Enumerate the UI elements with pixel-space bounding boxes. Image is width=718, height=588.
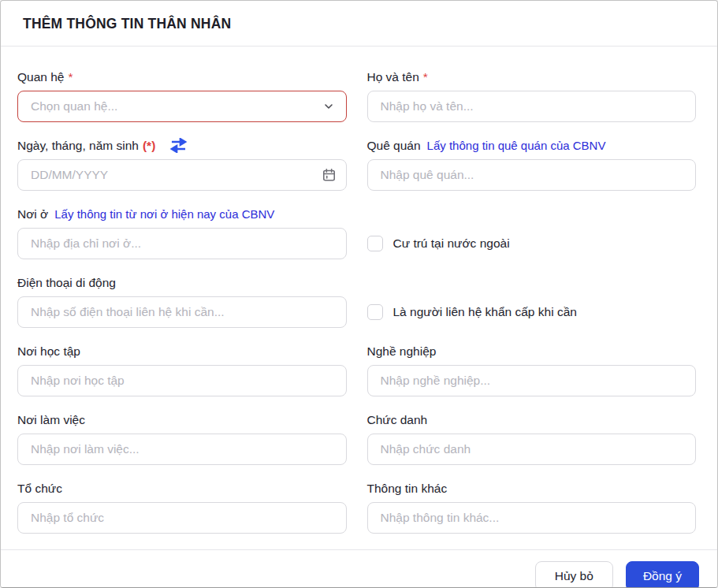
field-ho-va-ten: Họ và tên * bbox=[367, 69, 697, 122]
checkbox-icon[interactable] bbox=[367, 304, 383, 320]
field-lien-he-khan-cap: Là người liên hệ khẩn cấp khi cần bbox=[367, 275, 697, 328]
que-quan-label: Quê quán bbox=[367, 138, 421, 153]
que-quan-copy-link[interactable]: Lấy thông tin quê quán của CBNV bbox=[427, 138, 606, 153]
lien-he-khan-cap-label: Là người liên hệ khẩn cấp khi cần bbox=[393, 305, 577, 319]
quan-he-select-placeholder: Chọn quan hệ... bbox=[31, 99, 117, 114]
field-to-chuc: Tổ chức bbox=[17, 481, 347, 534]
confirm-button[interactable]: Đồng ý bbox=[626, 561, 699, 588]
form-row-6: Nơi làm việc Chức danh bbox=[17, 412, 696, 465]
field-noi-o: Nơi ở Lấy thông tin từ nơi ở hiện nay củ… bbox=[17, 207, 347, 259]
field-ngay-sinh: Ngày, tháng, năm sinh (*) bbox=[17, 138, 347, 191]
thong-tin-khac-label: Thông tin khác bbox=[367, 481, 448, 496]
ho-va-ten-input[interactable] bbox=[367, 91, 697, 122]
noi-o-copy-link[interactable]: Lấy thông tin từ nơi ở hiện nay của CBNV bbox=[54, 207, 274, 221]
calendar-icon[interactable] bbox=[322, 168, 337, 183]
field-dien-thoai: Điện thoại di động bbox=[17, 275, 347, 328]
dialog-footer: Hủy bỏ Đồng ý bbox=[1, 549, 717, 588]
cu-tru-nuoc-ngoai-checkbox-row[interactable]: Cư trú tại nước ngoài bbox=[367, 236, 697, 251]
ho-va-ten-label: Họ và tên bbox=[367, 69, 419, 84]
form-row-4: Điện thoại di động Là người liên hệ khẩn… bbox=[17, 275, 696, 328]
form-row-5: Nơi học tập Nghề nghiệp bbox=[17, 344, 696, 396]
form-row-3: Nơi ở Lấy thông tin từ nơi ở hiện nay củ… bbox=[17, 207, 696, 259]
que-quan-input[interactable] bbox=[367, 159, 697, 191]
chevron-down-icon bbox=[322, 100, 335, 113]
noi-hoc-tap-input[interactable] bbox=[17, 365, 347, 396]
dialog-body: Quan hệ * Chọn quan hệ... Họ và tên * bbox=[1, 47, 717, 549]
quan-he-label: Quan hệ bbox=[17, 69, 64, 84]
quan-he-select[interactable]: Chọn quan hệ... bbox=[17, 91, 347, 122]
field-que-quan: Quê quán Lấy thông tin quê quán của CBNV bbox=[367, 138, 697, 191]
nghe-nghiep-input[interactable] bbox=[367, 365, 697, 396]
form-row-2: Ngày, tháng, năm sinh (*) bbox=[17, 138, 696, 191]
dialog-header: THÊM THÔNG TIN THÂN NHÂN bbox=[1, 1, 717, 47]
required-asterisk: * bbox=[423, 69, 428, 84]
required-asterisk: * bbox=[68, 69, 73, 84]
noi-lam-viec-label: Nơi làm việc bbox=[17, 412, 85, 427]
cancel-button[interactable]: Hủy bỏ bbox=[535, 561, 613, 588]
checkbox-icon[interactable] bbox=[367, 236, 383, 251]
form-row-7: Tổ chức Thông tin khác bbox=[17, 481, 696, 534]
ngay-sinh-input[interactable] bbox=[17, 159, 347, 191]
to-chuc-input[interactable] bbox=[17, 502, 347, 534]
noi-o-label: Nơi ở bbox=[17, 207, 48, 221]
chuc-danh-input[interactable] bbox=[367, 434, 697, 465]
to-chuc-label: Tổ chức bbox=[17, 481, 62, 496]
add-relative-dialog: THÊM THÔNG TIN THÂN NHÂN Quan hệ * Chọn … bbox=[0, 0, 718, 588]
swap-horizontal-icon[interactable] bbox=[169, 138, 188, 153]
field-thong-tin-khac: Thông tin khác bbox=[367, 481, 697, 534]
field-nghe-nghiep: Nghề nghiệp bbox=[367, 344, 697, 396]
page-title: THÊM THÔNG TIN THÂN NHÂN bbox=[23, 16, 695, 32]
field-noi-lam-viec: Nơi làm việc bbox=[17, 412, 347, 465]
form-row-1: Quan hệ * Chọn quan hệ... Họ và tên * bbox=[17, 69, 696, 122]
dien-thoai-input[interactable] bbox=[17, 296, 347, 328]
nghe-nghiep-label: Nghề nghiệp bbox=[367, 344, 437, 359]
ngay-sinh-label: Ngày, tháng, năm sinh bbox=[17, 138, 139, 153]
field-noi-hoc-tap: Nơi học tập bbox=[17, 344, 347, 396]
dien-thoai-label: Điện thoại di động bbox=[17, 275, 116, 290]
field-cu-tru-nuoc-ngoai: Cư trú tại nước ngoài bbox=[367, 207, 697, 259]
chuc-danh-label: Chức danh bbox=[367, 412, 428, 427]
thong-tin-khac-input[interactable] bbox=[367, 502, 697, 534]
noi-hoc-tap-label: Nơi học tập bbox=[17, 344, 80, 359]
lien-he-khan-cap-checkbox-row[interactable]: Là người liên hệ khẩn cấp khi cần bbox=[367, 304, 697, 320]
noi-lam-viec-input[interactable] bbox=[17, 434, 347, 465]
field-chuc-danh: Chức danh bbox=[367, 412, 697, 465]
required-asterisk: (*) bbox=[143, 138, 155, 153]
cu-tru-nuoc-ngoai-label: Cư trú tại nước ngoài bbox=[393, 236, 510, 251]
noi-o-input[interactable] bbox=[17, 228, 347, 259]
field-quan-he: Quan hệ * Chọn quan hệ... bbox=[17, 69, 347, 122]
